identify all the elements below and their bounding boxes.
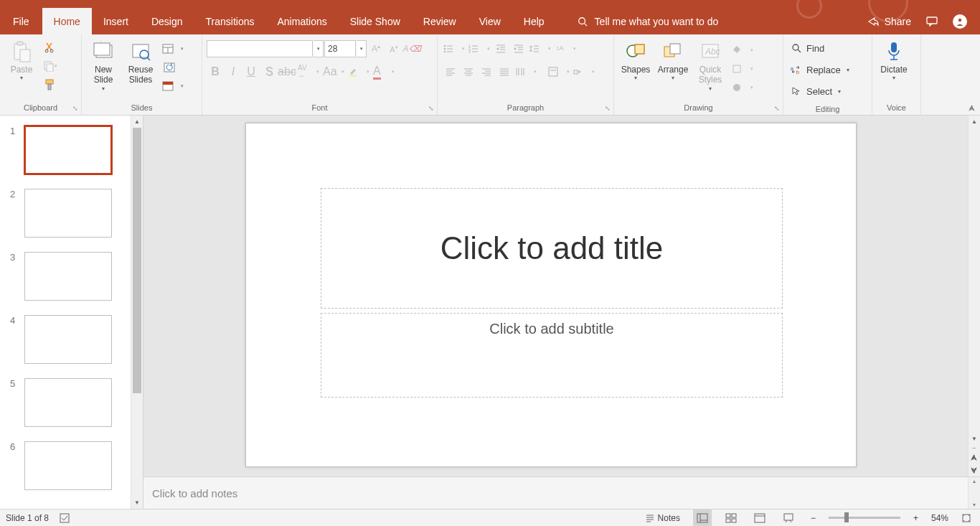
- strikethrough-button[interactable]: abc: [278, 63, 296, 80]
- font-size-dropdown[interactable]: ▾: [357, 40, 367, 57]
- format-painter-button[interactable]: [42, 76, 59, 93]
- zoom-level[interactable]: 54%: [931, 513, 948, 523]
- reading-view-button[interactable]: [750, 509, 769, 526]
- thumb-preview[interactable]: [24, 378, 112, 427]
- collapse-ribbon-button[interactable]: ⮝: [969, 104, 976, 112]
- clear-formatting-button[interactable]: A⌫: [403, 40, 420, 57]
- tab-home[interactable]: Home: [42, 8, 92, 34]
- align-left-button[interactable]: [442, 63, 459, 80]
- paste-button[interactable]: Paste ▾: [4, 37, 39, 82]
- slide-thumbnail-3[interactable]: 3: [10, 252, 131, 301]
- new-slide-button[interactable]: ✦ New Slide▾: [86, 37, 121, 92]
- decrease-font-button[interactable]: A▾: [385, 40, 402, 57]
- scroll-handle[interactable]: [133, 128, 141, 393]
- increase-indent-button[interactable]: [510, 40, 527, 57]
- shape-fill-button[interactable]: ▾: [730, 42, 755, 59]
- thumb-preview[interactable]: [24, 189, 112, 238]
- shape-outline-button[interactable]: ▾: [730, 60, 755, 78]
- dictate-button[interactable]: Dictate▾: [877, 37, 911, 82]
- reset-button[interactable]: [161, 59, 178, 76]
- slide-canvas[interactable]: Click to add title Click to add subtitle: [143, 116, 968, 476]
- font-name-combo[interactable]: [207, 40, 313, 57]
- layout-button[interactable]: ▾: [161, 40, 185, 57]
- font-color-button[interactable]: A▾: [372, 63, 396, 80]
- tab-insert[interactable]: Insert: [92, 8, 140, 34]
- text-direction-button[interactable]: ↕A▾: [553, 40, 578, 57]
- spellcheck-icon[interactable]: [59, 512, 70, 524]
- canvas-scroll-down[interactable]: ▼: [969, 433, 980, 445]
- subtitle-placeholder[interactable]: Click to add subtitle: [321, 313, 783, 398]
- tab-view[interactable]: View: [468, 8, 512, 34]
- scroll-down-arrow[interactable]: ▼: [131, 497, 143, 509]
- increase-font-button[interactable]: A▴: [367, 40, 385, 57]
- slide-thumbnail-4[interactable]: 4: [10, 315, 131, 364]
- cut-button[interactable]: [42, 39, 59, 56]
- shapes-button[interactable]: Shapes▾: [618, 37, 653, 82]
- arrange-button[interactable]: Arrange▾: [656, 37, 690, 82]
- thumb-preview[interactable]: [24, 441, 112, 490]
- copy-button[interactable]: ▾: [42, 57, 59, 75]
- justify-button[interactable]: [496, 63, 513, 80]
- notes-scrollbar[interactable]: ▲▼: [968, 477, 980, 509]
- reuse-slides-button[interactable]: Reuse Slides: [123, 37, 158, 85]
- section-button[interactable]: ▾: [161, 78, 185, 95]
- char-spacing-button[interactable]: AV↔▾: [296, 63, 321, 80]
- title-placeholder[interactable]: Click to add title: [321, 188, 783, 309]
- numbering-button[interactable]: 123▾: [467, 40, 491, 57]
- zoom-slider[interactable]: [829, 517, 900, 519]
- zoom-slider-knob[interactable]: [844, 512, 849, 522]
- highlight-button[interactable]: ▾: [347, 63, 371, 80]
- normal-view-button[interactable]: [693, 509, 712, 526]
- tab-design[interactable]: Design: [140, 8, 194, 34]
- paragraph-launcher[interactable]: ⤡: [603, 105, 612, 113]
- slide-panel-scrollbar[interactable]: ▲ ▼: [131, 116, 143, 509]
- tab-file[interactable]: File: [0, 8, 42, 34]
- shadow-button[interactable]: S: [260, 63, 278, 80]
- shape-effects-button[interactable]: ▾: [730, 79, 755, 96]
- slide-sorter-button[interactable]: [722, 509, 740, 526]
- change-case-button[interactable]: Aa▾: [321, 63, 346, 80]
- slideshow-view-button[interactable]: [779, 509, 798, 526]
- thumb-preview[interactable]: [24, 252, 112, 301]
- notes-toggle[interactable]: Notes: [642, 509, 683, 526]
- select-button[interactable]: Select ▾: [788, 82, 844, 100]
- clipboard-launcher[interactable]: ⤡: [71, 105, 80, 113]
- fit-to-window-button[interactable]: [958, 509, 974, 526]
- slide-thumbnail-5[interactable]: 5: [10, 378, 131, 427]
- decrease-indent-button[interactable]: [492, 40, 509, 57]
- drawing-launcher[interactable]: ⤡: [773, 105, 781, 113]
- slide-thumbnail-1[interactable]: 1: [10, 126, 131, 174]
- slide-counter[interactable]: Slide 1 of 8: [6, 513, 49, 523]
- align-center-button[interactable]: [460, 63, 477, 80]
- smartart-button[interactable]: ▾: [572, 63, 596, 80]
- bold-button[interactable]: B: [207, 63, 224, 80]
- replace-button[interactable]: ab Replace ▾: [788, 60, 852, 79]
- slide-thumbnail-6[interactable]: 6: [10, 441, 131, 490]
- bullets-button[interactable]: ▾: [442, 40, 466, 57]
- underline-button[interactable]: U: [242, 63, 260, 80]
- columns-button[interactable]: ▾: [514, 63, 538, 80]
- find-button[interactable]: Find: [788, 39, 827, 57]
- prev-slide-button[interactable]: ⮝: [969, 451, 980, 464]
- tab-slideshow[interactable]: Slide Show: [339, 8, 412, 34]
- canvas-scrollbar[interactable]: ▲ ▼ ─ ⮝ ⮟: [968, 116, 980, 476]
- align-text-button[interactable]: ▾: [547, 63, 571, 80]
- user-account-icon[interactable]: [953, 14, 967, 29]
- zoom-out-button[interactable]: −: [808, 509, 819, 526]
- canvas-scroll-up[interactable]: ▲: [969, 116, 980, 128]
- font-size-combo[interactable]: [324, 40, 356, 57]
- next-slide-button[interactable]: ⮟: [969, 464, 980, 476]
- font-name-dropdown[interactable]: ▾: [314, 40, 324, 57]
- thumb-preview[interactable]: [24, 126, 112, 174]
- scroll-up-arrow[interactable]: ▲: [131, 116, 143, 128]
- tab-animations[interactable]: Animations: [265, 8, 338, 34]
- italic-button[interactable]: I: [225, 63, 242, 80]
- slide-thumbnail-2[interactable]: 2: [10, 189, 131, 238]
- notes-pane[interactable]: Click to add notes ▲▼: [143, 476, 980, 509]
- tab-transitions[interactable]: Transitions: [194, 8, 266, 34]
- quick-styles-button[interactable]: Abc Quick Styles▾: [693, 37, 727, 92]
- thumb-preview[interactable]: [24, 315, 112, 364]
- zoom-in-button[interactable]: +: [910, 509, 921, 526]
- font-launcher[interactable]: ⤡: [427, 105, 435, 113]
- line-spacing-button[interactable]: ▾: [528, 40, 552, 57]
